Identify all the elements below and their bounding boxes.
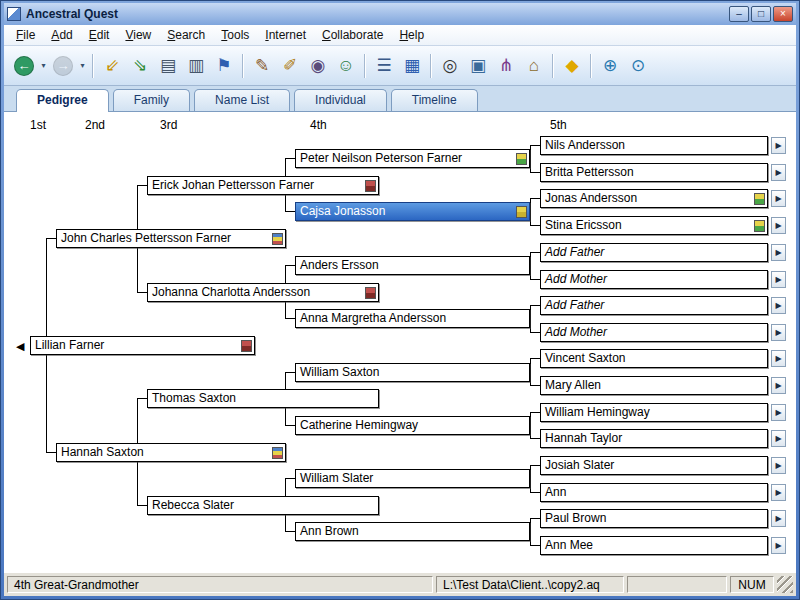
person-box-nils-andersson[interactable]: Nils Andersson xyxy=(540,136,768,155)
add-father-button[interactable]: Add Father xyxy=(540,243,768,262)
menu-search[interactable]: Search xyxy=(159,26,213,44)
person-name: William Slater xyxy=(296,470,529,487)
tab-pedigree[interactable]: Pedigree xyxy=(16,89,109,112)
views-icon[interactable]: ▣ xyxy=(464,52,492,80)
add-individual-icon[interactable]: ☺ xyxy=(332,52,360,80)
home-icon[interactable]: ⌂ xyxy=(520,52,548,80)
forward-dropdown[interactable]: ▾ xyxy=(77,52,88,80)
minimize-button[interactable]: – xyxy=(729,6,749,22)
person-box-cajsa-jonasson[interactable]: Cajsa Jonasson xyxy=(295,202,530,221)
person-box-anna-margretha-andersson[interactable]: Anna Margretha Andersson xyxy=(295,309,530,328)
pedigree-connector-h xyxy=(530,518,540,519)
person-box-william-hemingway[interactable]: William Hemingway xyxy=(540,403,768,422)
person-box-stina-ericsson[interactable]: Stina Ericsson xyxy=(540,216,768,235)
web-search-icon[interactable]: ⊙ xyxy=(624,52,652,80)
extend-pedigree-arrow[interactable]: ▶ xyxy=(771,404,786,421)
extend-pedigree-arrow[interactable]: ▶ xyxy=(771,430,786,447)
navigate-back-arrow[interactable]: ◀ xyxy=(16,339,24,353)
person-box-hannah-taylor[interactable]: Hannah Taylor xyxy=(540,429,768,448)
relationship-icon[interactable]: ⋔ xyxy=(492,52,520,80)
person-box-josiah-slater[interactable]: Josiah Slater xyxy=(540,456,768,475)
update-icon[interactable]: ◆ xyxy=(558,52,586,80)
pedigree-chart: 1st2nd3rd4th5thLillian FarnerJohn Charle… xyxy=(4,112,796,572)
resize-grip[interactable] xyxy=(777,576,793,593)
calendar-icon[interactable]: ▦ xyxy=(398,52,426,80)
extend-pedigree-arrow[interactable]: ▶ xyxy=(771,271,786,288)
menu-help[interactable]: Help xyxy=(391,26,432,44)
menu-collaborate[interactable]: Collaborate xyxy=(314,26,391,44)
person-box-william-saxton[interactable]: William Saxton xyxy=(295,363,530,382)
extend-pedigree-arrow[interactable]: ▶ xyxy=(771,350,786,367)
person-box-jonas-andersson[interactable]: Jonas Andersson xyxy=(540,189,768,208)
generation-label-4th: 4th xyxy=(310,118,327,132)
menu-file[interactable]: File xyxy=(8,26,43,44)
person-box-rebecca-slater[interactable]: Rebecca Slater xyxy=(147,496,379,515)
person-box-paul-brown[interactable]: Paul Brown xyxy=(540,509,768,528)
menu-view[interactable]: View xyxy=(117,26,159,44)
maximize-button[interactable]: □ xyxy=(751,6,771,22)
person-box-britta-pettersson[interactable]: Britta Pettersson xyxy=(540,163,768,182)
back-button[interactable]: ← xyxy=(10,52,38,80)
extend-pedigree-arrow[interactable]: ▶ xyxy=(771,217,786,234)
person-box-catherine-hemingway[interactable]: Catherine Hemingway xyxy=(295,416,530,435)
forward-button[interactable]: → xyxy=(49,52,77,80)
extend-pedigree-arrow[interactable]: ▶ xyxy=(771,377,786,394)
person-box-johanna-charlotta-andersson[interactable]: Johanna Charlotta Andersson xyxy=(147,283,379,302)
person-box-anders-ersson[interactable]: Anders Ersson xyxy=(295,256,530,275)
add-mother-button[interactable]: Add Mother xyxy=(540,323,768,342)
person-box-peter-neilson-peterson-farner[interactable]: Peter Neilson Peterson Farner xyxy=(295,149,530,168)
pedigree-connector-h xyxy=(285,158,295,159)
tab-individual[interactable]: Individual xyxy=(294,89,387,111)
print-preview-icon[interactable]: ▥ xyxy=(182,52,210,80)
internet-icon[interactable]: ⊕ xyxy=(596,52,624,80)
pedigree-connector-h xyxy=(46,452,56,453)
menu-tools[interactable]: Tools xyxy=(213,26,257,44)
extend-pedigree-arrow[interactable]: ▶ xyxy=(771,137,786,154)
checkout-icon[interactable]: ⇙ xyxy=(98,52,126,80)
person-box-thomas-saxton[interactable]: Thomas Saxton xyxy=(147,389,379,408)
person-name: Cajsa Jonasson xyxy=(296,203,529,220)
back-dropdown[interactable]: ▾ xyxy=(38,52,49,80)
person-box-lillian-farner[interactable]: Lillian Farner xyxy=(30,336,255,355)
add-father-button[interactable]: Add Father xyxy=(540,296,768,315)
person-box-vincent-saxton[interactable]: Vincent Saxton xyxy=(540,349,768,368)
extend-pedigree-arrow[interactable]: ▶ xyxy=(771,324,786,341)
extend-pedigree-arrow[interactable]: ▶ xyxy=(771,244,786,261)
reports-icon[interactable]: ☰ xyxy=(370,52,398,80)
person-box-ann[interactable]: Ann xyxy=(540,483,768,502)
generation-label-2nd: 2nd xyxy=(85,118,105,132)
pedigree-connector-h xyxy=(530,438,540,439)
person-name: Paul Brown xyxy=(541,510,767,527)
close-button[interactable]: × xyxy=(773,6,793,22)
extend-pedigree-arrow[interactable]: ▶ xyxy=(771,484,786,501)
find-icon[interactable]: ◎ xyxy=(436,52,464,80)
person-box-erick-johan-pettersson-farner[interactable]: Erick Johan Pettersson Farner xyxy=(147,176,379,195)
person-box-john-charles-pettersson-farner[interactable]: John Charles Pettersson Farner xyxy=(56,229,286,248)
scrapbook-icon[interactable]: ◉ xyxy=(304,52,332,80)
extend-pedigree-arrow[interactable]: ▶ xyxy=(771,537,786,554)
person-box-mary-allen[interactable]: Mary Allen xyxy=(540,376,768,395)
extend-pedigree-arrow[interactable]: ▶ xyxy=(771,190,786,207)
person-box-ann-brown[interactable]: Ann Brown xyxy=(295,522,530,541)
menu-add[interactable]: Add xyxy=(43,26,80,44)
checkin-icon[interactable]: ⇘ xyxy=(126,52,154,80)
add-mother-button[interactable]: Add Mother xyxy=(540,270,768,289)
extend-pedigree-arrow[interactable]: ▶ xyxy=(771,164,786,181)
relationship-status: 4th Great-Grandmother xyxy=(7,576,433,593)
person-name: Rebecca Slater xyxy=(148,497,378,514)
notes-icon[interactable]: ✐ xyxy=(276,52,304,80)
extend-pedigree-arrow[interactable]: ▶ xyxy=(771,297,786,314)
extend-pedigree-arrow[interactable]: ▶ xyxy=(771,510,786,527)
menu-internet[interactable]: Internet xyxy=(257,26,314,44)
tab-family[interactable]: Family xyxy=(113,89,190,111)
person-box-ann-mee[interactable]: Ann Mee xyxy=(540,536,768,555)
person-box-william-slater[interactable]: William Slater xyxy=(295,469,530,488)
menu-edit[interactable]: Edit xyxy=(81,26,118,44)
tab-timeline[interactable]: Timeline xyxy=(391,89,478,111)
print-icon[interactable]: ▤ xyxy=(154,52,182,80)
extend-pedigree-arrow[interactable]: ▶ xyxy=(771,457,786,474)
tab-name-list[interactable]: Name List xyxy=(194,89,290,111)
publish-icon[interactable]: ⚑ xyxy=(210,52,238,80)
person-box-hannah-saxton[interactable]: Hannah Saxton xyxy=(56,443,286,462)
edit-individual-icon[interactable]: ✎ xyxy=(248,52,276,80)
